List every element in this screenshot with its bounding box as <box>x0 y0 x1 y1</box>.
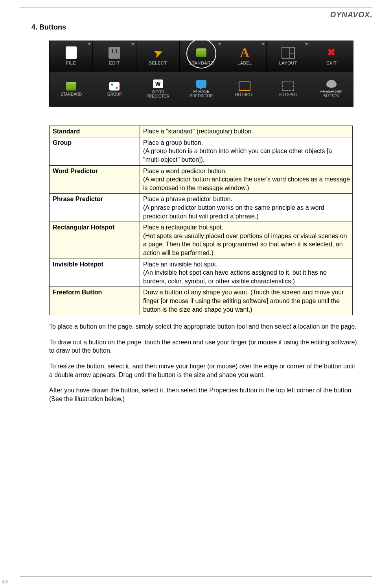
body-paragraph: To place a button on the page, simply se… <box>49 322 358 331</box>
edit-icon <box>109 47 120 59</box>
definition-desc: Draw a button of any shape you want. (To… <box>140 287 353 315</box>
sub-word-predictor-label: WORDPREDICTOR <box>146 90 169 98</box>
page-number: 44 <box>2 578 8 586</box>
brand-logo: DYNAVOX. <box>330 9 372 20</box>
chevron-down-icon <box>305 43 308 45</box>
file-icon <box>66 46 77 59</box>
sub-group-label: GROUP <box>107 92 122 96</box>
label-icon: A <box>238 47 251 59</box>
table-row: Word PredictorPlace a word predictor but… <box>50 165 353 194</box>
toolbar-screenshot: FILE EDIT ➤ SELECT STANDARD <box>49 41 353 107</box>
highlight-circle <box>186 39 216 68</box>
freeform-icon <box>326 80 337 88</box>
toolbar-select[interactable]: ➤ SELECT <box>136 41 180 72</box>
toolbar-label-label: LABEL <box>237 60 252 66</box>
sub-group[interactable]: GROUP <box>93 82 136 96</box>
sub-standard[interactable]: STANDARD <box>50 82 93 96</box>
definition-term: Freeform Button <box>50 287 140 315</box>
chevron-down-icon <box>88 43 91 45</box>
toolbar-layout-label: LAYOUT <box>279 60 297 66</box>
chevron-down-icon <box>131 43 134 45</box>
definition-term: Word Predictor <box>50 165 140 194</box>
definition-term: Standard <box>50 126 140 137</box>
standard-button-icon <box>66 82 76 91</box>
body-paragraph: To resize the button, select it, and the… <box>49 362 358 379</box>
toolbar-file-label: FILE <box>66 60 76 66</box>
definition-desc: Place a "standard" (rectangular) button. <box>140 126 353 137</box>
definition-term: Phrase Predictor <box>50 194 140 222</box>
body-paragraph: After you have drawn the button, select … <box>49 386 358 403</box>
sub-hotspot-rect-label: HOTSPOT <box>235 92 254 97</box>
table-row: Rectangular HotspotPlace a rectangular h… <box>50 222 353 259</box>
sub-phrase-predictor[interactable]: PHRASEPREDICTOR <box>180 80 223 98</box>
definition-term: Invisible Hotspot <box>50 259 140 287</box>
toolbar-edit-label: EDIT <box>109 60 120 66</box>
definition-term: Group <box>50 137 140 165</box>
toolbar-label[interactable]: A LABEL <box>223 41 267 72</box>
sub-freeform[interactable]: FREEFORMBUTTON <box>310 80 353 98</box>
toolbar-exit[interactable]: ✖ EXIT <box>310 41 353 72</box>
layout-icon <box>282 47 295 59</box>
group-icon <box>109 82 120 91</box>
phrase-predictor-icon <box>196 80 206 88</box>
sub-freeform-label: FREEFORMBUTTON <box>320 89 342 98</box>
section-title: 4. Buttons <box>31 22 372 32</box>
word-predictor-icon: W <box>153 79 163 88</box>
toolbar-row-main: FILE EDIT ➤ SELECT STANDARD <box>50 41 353 72</box>
chevron-down-icon <box>261 43 265 45</box>
definition-desc: Place a word predictor button.(A word pr… <box>140 165 353 194</box>
definition-desc: Place a group button.(A group button is … <box>140 137 353 165</box>
footer-rule <box>20 576 372 577</box>
toolbar-file[interactable]: FILE <box>50 41 93 72</box>
table-row: Invisible HotspotPlace an invisible hot … <box>50 259 353 287</box>
hotspot-rect-icon <box>239 81 250 91</box>
cursor-icon: ➤ <box>149 45 166 61</box>
table-row: Phrase PredictorPlace a phrase predictor… <box>50 194 353 222</box>
toolbar-row-sub: STANDARD GROUP W WORDPREDICTOR PHRASEPRE… <box>50 72 353 106</box>
sub-word-predictor[interactable]: W WORDPREDICTOR <box>136 79 180 98</box>
toolbar-edit[interactable]: EDIT <box>93 41 136 72</box>
toolbar-standard[interactable]: STANDARD <box>180 41 223 72</box>
definition-term: Rectangular Hotspot <box>50 222 140 259</box>
sub-hotspot-rect[interactable]: HOTSPOT <box>223 81 266 97</box>
table-row: Freeform ButtonDraw a button of any shap… <box>50 287 353 315</box>
toolbar-select-label: SELECT <box>149 60 167 66</box>
table-row: GroupPlace a group button.(A group butto… <box>50 137 353 165</box>
sub-phrase-predictor-label: PHRASEPREDICTOR <box>190 89 213 98</box>
definitions-table: StandardPlace a "standard" (rectangular)… <box>49 126 353 315</box>
header-rule <box>20 7 372 7</box>
body-paragraph: To draw out a button on the page, touch … <box>49 338 358 355</box>
hotspot-invisible-icon <box>282 81 294 91</box>
definition-desc: Place a rectangular hot spot.(Hot spots … <box>140 222 353 259</box>
toolbar-exit-label: EXIT <box>326 60 337 66</box>
chevron-down-icon <box>218 43 221 45</box>
definition-desc: Place a phrase predictor button.(A phras… <box>140 194 353 222</box>
sub-standard-label: STANDARD <box>61 92 82 96</box>
close-icon: ✖ <box>325 47 338 59</box>
sub-hotspot-inv[interactable]: HOTSPOT <box>266 81 309 97</box>
definition-desc: Place an invisible hot spot.(An invisibl… <box>140 259 353 287</box>
table-row: StandardPlace a "standard" (rectangular)… <box>50 126 353 137</box>
toolbar-layout[interactable]: LAYOUT <box>267 41 310 72</box>
sub-hotspot-inv-label: HOTSPOT <box>278 92 297 97</box>
